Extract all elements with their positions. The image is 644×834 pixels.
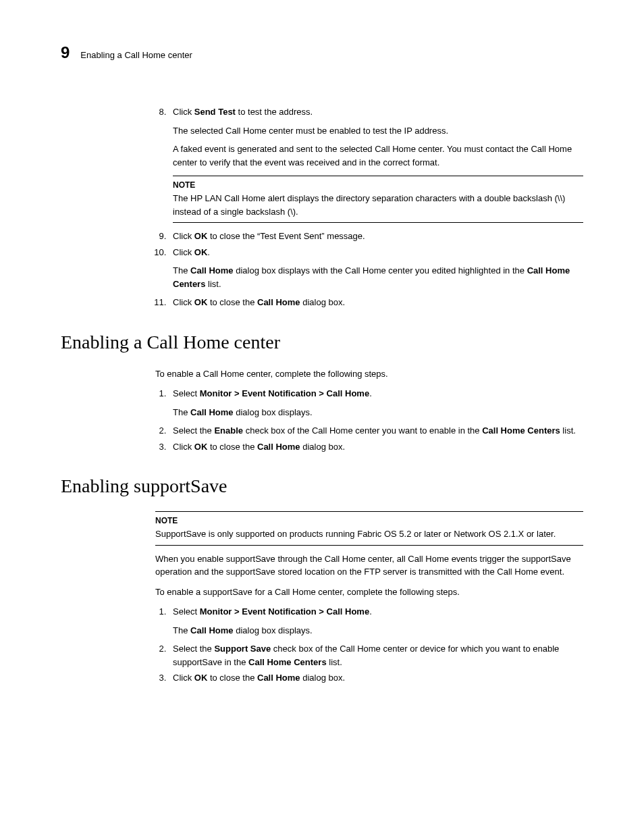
page-header: 9 Enabling a Call Home center: [61, 41, 583, 65]
step-text: Click OK to close the Call Home dialog b…: [173, 673, 345, 683]
step-text: Select Monitor > Event Notification > Ca…: [173, 388, 372, 398]
step-11: Click OK to close the Call Home dialog b…: [169, 296, 583, 309]
step-3: Click OK to close the Call Home dialog b…: [169, 440, 583, 454]
step-1: Select Monitor > Event Notification > Ca…: [169, 387, 583, 419]
section-2: To enable a Call Home center, complete t…: [155, 367, 583, 454]
paragraph: To enable a supportSave for a Call Home …: [155, 585, 583, 599]
section-heading-enabling-supportsave: Enabling supportSave: [61, 472, 583, 500]
chapter-title: Enabling a Call Home center: [80, 49, 192, 62]
section-1: Click Send Test to test the address. The…: [155, 105, 583, 309]
step-text: Click OK to close the “Test Event Sent” …: [173, 231, 365, 241]
note-text: The HP LAN Call Home alert displays the …: [173, 192, 583, 218]
note-label: NOTE: [155, 515, 583, 527]
step-1: Select Monitor > Event Notification > Ca…: [169, 605, 583, 637]
step-9: Click OK to close the “Test Event Sent” …: [169, 230, 583, 243]
chapter-number: 9: [61, 41, 70, 65]
step-text: Select the Support Save check box of the…: [173, 644, 559, 667]
section-heading-enabling-call-home: Enabling a Call Home center: [61, 328, 583, 357]
step-8: Click Send Test to test the address. The…: [169, 105, 583, 223]
intro-text: To enable a Call Home center, complete t…: [155, 367, 583, 381]
note-text: SupportSave is only supported on product…: [155, 527, 583, 541]
step-text: Click Send Test to test the address.: [173, 107, 313, 117]
step-sub-text: The Call Home dialog box displays.: [173, 406, 583, 419]
step-sub-text: The Call Home dialog box displays.: [173, 624, 583, 637]
step-text: Select Monitor > Event Notification > Ca…: [173, 606, 372, 617]
step-10: Click OK. The Call Home dialog box displ…: [169, 246, 583, 291]
step-2: Select the Enable check box of the Call …: [169, 424, 583, 438]
note-box: NOTE SupportSave is only supported on pr…: [155, 511, 583, 546]
paragraph: When you enable supportSave through the …: [155, 552, 583, 579]
document-page: 9 Enabling a Call Home center Click Send…: [0, 0, 644, 834]
note-box: NOTE The HP LAN Call Home alert displays…: [173, 176, 583, 223]
step-sub-text: A faked event is generated and sent to t…: [173, 142, 583, 169]
step-3: Click OK to close the Call Home dialog b…: [169, 671, 583, 685]
section-3: NOTE SupportSave is only supported on pr…: [155, 511, 583, 685]
step-text: Click OK to close the Call Home dialog b…: [173, 297, 345, 307]
step-2: Select the Support Save check box of the…: [169, 642, 583, 669]
step-sub-text: The Call Home dialog box displays with t…: [173, 264, 583, 290]
step-text: Click OK.: [173, 247, 210, 257]
note-label: NOTE: [173, 179, 583, 191]
step-sub-text: The selected Call Home center must be en…: [173, 124, 583, 138]
step-text: Click OK to close the Call Home dialog b…: [173, 442, 345, 452]
step-text: Select the Enable check box of the Call …: [173, 425, 576, 436]
